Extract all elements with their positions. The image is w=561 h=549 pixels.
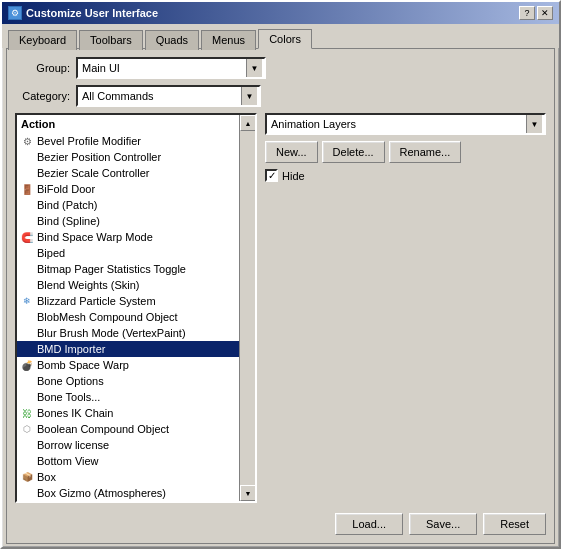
rename-button[interactable]: Rename... — [389, 141, 462, 163]
animation-layers-arrow: ▼ — [526, 115, 542, 133]
list-item[interactable]: ⛓ Bones IK Chain — [17, 405, 255, 421]
category-combo-arrow: ▼ — [241, 87, 257, 105]
reset-button[interactable]: Reset — [483, 513, 546, 535]
list-item[interactable]: Bottom View — [17, 453, 255, 469]
list-item[interactable]: 📦 Box — [17, 469, 255, 485]
load-button[interactable]: Load... — [335, 513, 403, 535]
close-button[interactable]: ✕ — [537, 6, 553, 20]
right-top: Animation Layers ▼ New... Delete... Rena… — [265, 113, 546, 182]
title-bar-left: ⚙ Customize User Interface — [8, 6, 158, 20]
list-header: Action — [17, 115, 255, 133]
list-item-selected[interactable]: BMD Importer — [17, 341, 255, 357]
window-icon: ⚙ — [8, 6, 22, 20]
tab-keyboard[interactable]: Keyboard — [8, 30, 77, 50]
help-button[interactable]: ? — [519, 6, 535, 20]
tab-toolbars[interactable]: Toolbars — [79, 30, 143, 50]
category-value: All Commands — [80, 90, 154, 102]
list-panel: Action ⚙ Bevel Profile Modifier Bezier P… — [15, 113, 257, 503]
list-item[interactable]: 🚪 BiFold Door — [17, 181, 255, 197]
hide-label: Hide — [282, 170, 305, 182]
delete-button[interactable]: Delete... — [322, 141, 385, 163]
scroll-up-button[interactable]: ▲ — [240, 115, 256, 131]
tab-quads[interactable]: Quads — [145, 30, 199, 50]
item-icon: 💣 — [19, 358, 35, 372]
list-item[interactable]: ❄ Blizzard Particle System — [17, 293, 255, 309]
list-item[interactable]: 💣 Bomb Space Warp — [17, 357, 255, 373]
list-inner: Action ⚙ Bevel Profile Modifier Bezier P… — [17, 115, 255, 501]
item-icon: 📦 — [19, 470, 35, 484]
list-item[interactable]: Box Gizmo (Atmospheres) — [17, 485, 255, 501]
animation-layers-combo[interactable]: Animation Layers ▼ — [265, 113, 546, 135]
group-row: Group: Main UI ▼ — [15, 57, 546, 79]
scroll-down-button[interactable]: ▼ — [240, 485, 256, 501]
list-item[interactable]: Bone Tools... — [17, 389, 255, 405]
item-icon: ❄ — [19, 294, 35, 308]
list-item[interactable]: ⬡ Boolean Compound Object — [17, 421, 255, 437]
category-combo[interactable]: All Commands ▼ — [76, 85, 261, 107]
group-value: Main UI — [80, 62, 120, 74]
item-icon: ⬡ — [19, 422, 35, 436]
window-title: Customize User Interface — [26, 7, 158, 19]
item-icon: ⚙ — [19, 134, 35, 148]
tab-colors[interactable]: Colors — [258, 29, 312, 49]
actions-listbox[interactable]: Action ⚙ Bevel Profile Modifier Bezier P… — [15, 113, 257, 503]
title-bar: ⚙ Customize User Interface ? ✕ — [2, 2, 559, 24]
item-icon: 🧲 — [19, 230, 35, 244]
list-item[interactable]: Biped — [17, 245, 255, 261]
tab-menus[interactable]: Menus — [201, 30, 256, 50]
action-buttons-row: New... Delete... Rename... — [265, 141, 546, 163]
bottom-buttons: Load... Save... Reset — [15, 509, 546, 535]
hide-checkbox-row: ✓ Hide — [265, 169, 546, 182]
list-item[interactable]: Bind (Spline) — [17, 213, 255, 229]
list-item[interactable]: Blend Weights (Skin) — [17, 277, 255, 293]
list-item[interactable]: Bitmap Pager Statistics Toggle — [17, 261, 255, 277]
list-scrollbar[interactable]: ▲ ▼ — [239, 115, 255, 501]
list-item[interactable]: 🧲 Bind Space Warp Mode — [17, 229, 255, 245]
list-item[interactable]: Bind (Patch) — [17, 197, 255, 213]
list-item[interactable]: Bezier Position Controller — [17, 149, 255, 165]
group-combo[interactable]: Main UI ▼ — [76, 57, 266, 79]
main-window: ⚙ Customize User Interface ? ✕ Keyboard … — [0, 0, 561, 549]
main-area: Action ⚙ Bevel Profile Modifier Bezier P… — [15, 113, 546, 503]
category-row: Category: All Commands ▼ — [15, 85, 546, 107]
content-area: Group: Main UI ▼ Category: All Commands … — [6, 48, 555, 544]
list-item[interactable]: BlobMesh Compound Object — [17, 309, 255, 325]
new-button[interactable]: New... — [265, 141, 318, 163]
title-buttons: ? ✕ — [519, 6, 553, 20]
checkbox-check-mark: ✓ — [268, 170, 276, 181]
list-item[interactable]: Bezier Scale Controller — [17, 165, 255, 181]
list-item[interactable]: ⚙ Bevel Profile Modifier — [17, 133, 255, 149]
group-combo-arrow: ▼ — [246, 59, 262, 77]
list-item[interactable]: Bone Options — [17, 373, 255, 389]
scroll-track[interactable] — [240, 131, 255, 485]
category-label: Category: — [15, 90, 70, 102]
list-item[interactable]: Blur Brush Mode (VertexPaint) — [17, 325, 255, 341]
tab-bar: Keyboard Toolbars Quads Menus Colors — [2, 24, 559, 48]
right-panel: Animation Layers ▼ New... Delete... Rena… — [265, 113, 546, 503]
group-label: Group: — [15, 62, 70, 74]
item-icon: 🚪 — [19, 182, 35, 196]
item-icon: ⛓ — [19, 406, 35, 420]
hide-checkbox[interactable]: ✓ — [265, 169, 278, 182]
animation-layers-value: Animation Layers — [269, 118, 356, 130]
save-button[interactable]: Save... — [409, 513, 477, 535]
list-item[interactable]: Borrow license — [17, 437, 255, 453]
